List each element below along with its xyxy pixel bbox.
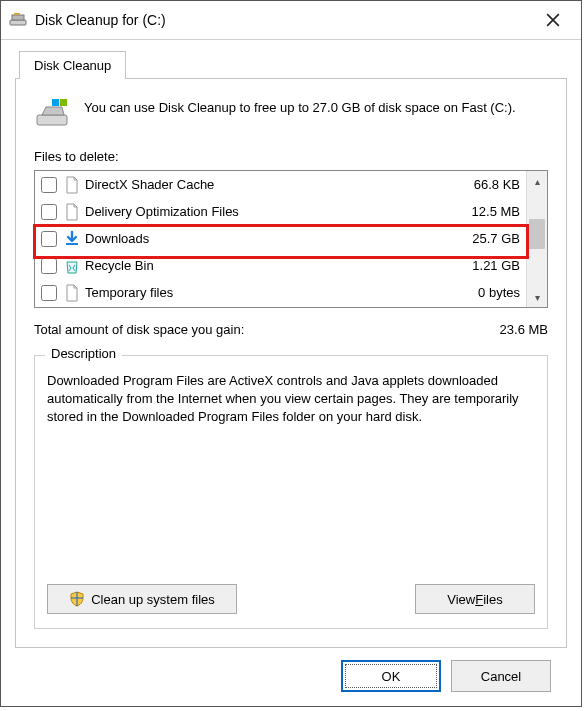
tab-disk-cleanup[interactable]: Disk Cleanup [19,51,126,79]
item-name: DirectX Shader Cache [85,177,456,192]
files-list[interactable]: DirectX Shader Cache 66.8 KB Delivery Op… [35,171,526,307]
download-arrow-icon [63,230,81,248]
item-name: Delivery Optimization Files [85,204,456,219]
total-row: Total amount of disk space you gain: 23.… [34,322,548,337]
disk-cleanup-window: Disk Cleanup for (C:) Disk Cleanup [0,0,582,707]
tabs: Disk Cleanup [19,50,567,78]
list-item[interactable]: Temporary files 0 bytes [35,279,526,306]
window-title: Disk Cleanup for (C:) [35,12,533,28]
total-value: 23.6 MB [500,322,548,337]
clean-up-system-files-button[interactable]: Clean up system files [47,584,237,614]
svg-rect-1 [12,15,24,20]
client-area: Disk Cleanup You can use Disk Cleanup to… [1,40,581,706]
list-item[interactable]: Downloads 25.7 GB [35,225,526,252]
list-item[interactable]: Recycle Bin 1.21 GB [35,252,526,279]
item-checkbox[interactable] [41,204,57,220]
item-size: 0 bytes [456,285,520,300]
svg-rect-0 [10,20,26,25]
files-list-box: DirectX Shader Cache 66.8 KB Delivery Op… [34,170,548,308]
description-group: Description Downloaded Program Files are… [34,355,548,629]
scroll-down-icon[interactable]: ▾ [527,287,547,307]
close-button[interactable] [533,1,573,39]
view-files-button[interactable]: View Files [415,584,535,614]
close-icon [546,13,560,27]
scroll-thumb[interactable] [529,219,545,249]
item-checkbox[interactable] [41,258,57,274]
dialog-buttons: OK Cancel [15,648,567,692]
files-to-delete-label: Files to delete: [34,149,548,164]
file-icon [63,203,81,221]
item-name: Temporary files [85,285,456,300]
description-text: Downloaded Program Files are ActiveX con… [47,372,535,427]
scroll-track[interactable] [527,191,547,287]
item-size: 1.21 GB [456,258,520,273]
item-name: Recycle Bin [85,258,456,273]
svg-rect-4 [52,99,59,106]
list-item[interactable]: DirectX Shader Cache 66.8 KB [35,171,526,198]
item-size: 66.8 KB [456,177,520,192]
intro-text: You can use Disk Cleanup to free up to 2… [84,95,516,117]
item-checkbox[interactable] [41,285,57,301]
ok-button[interactable]: OK [341,660,441,692]
svg-rect-3 [37,115,67,125]
description-legend: Description [45,346,122,361]
svg-rect-7 [66,243,78,245]
item-size: 25.7 GB [456,231,520,246]
svg-rect-2 [14,13,20,15]
scroll-up-icon[interactable]: ▴ [527,171,547,191]
drive-icon [34,95,70,131]
file-icon [63,176,81,194]
cancel-button[interactable]: Cancel [451,660,551,692]
item-name: Downloads [85,231,456,246]
total-label: Total amount of disk space you gain: [34,322,244,337]
file-icon [63,284,81,302]
intro: You can use Disk Cleanup to free up to 2… [34,95,548,131]
scrollbar[interactable]: ▴ ▾ [526,171,547,307]
recycle-bin-icon [63,257,81,275]
shield-icon [69,591,85,607]
item-checkbox[interactable] [41,231,57,247]
disk-cleanup-icon [9,11,27,29]
clean-up-label: Clean up system files [91,592,215,607]
item-checkbox[interactable] [41,177,57,193]
svg-rect-5 [60,99,67,106]
item-size: 12.5 MB [456,204,520,219]
list-item[interactable]: Delivery Optimization Files 12.5 MB [35,198,526,225]
titlebar: Disk Cleanup for (C:) [1,1,581,40]
tab-panel: You can use Disk Cleanup to free up to 2… [15,78,567,648]
